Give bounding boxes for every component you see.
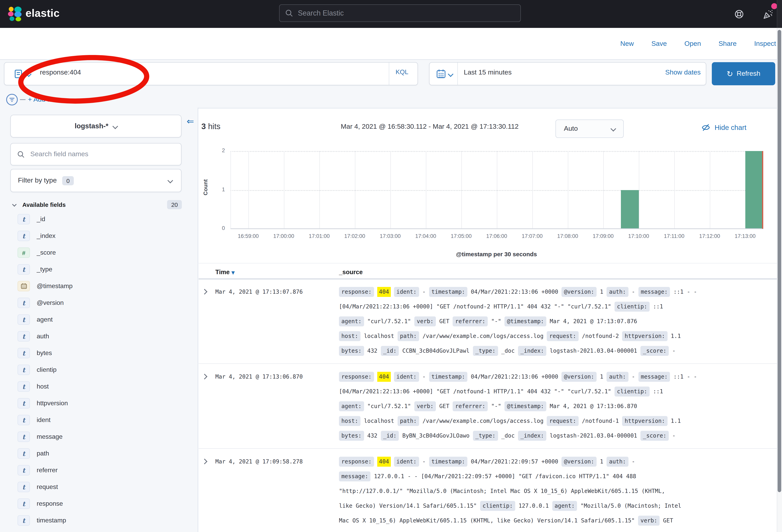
field-item-request[interactable]: trequest <box>17 481 193 493</box>
highlighted-value: 404 <box>378 372 391 382</box>
action-new[interactable]: New <box>620 40 634 48</box>
hide-chart-button[interactable]: Hide chart <box>701 123 747 132</box>
field-badge: request: <box>547 416 579 426</box>
string-field-icon: t <box>17 431 30 442</box>
interval-select[interactable]: Auto <box>556 120 624 138</box>
field-badge: @timestamp: <box>505 401 546 411</box>
field-item-referrer[interactable]: treferrer <box>17 464 193 476</box>
field-item-path[interactable]: tpath <box>17 448 193 459</box>
field-item-timestamp[interactable]: ttimestamp <box>17 515 193 526</box>
collapse-sidebar-icon[interactable]: ⇐ <box>187 116 194 126</box>
field-badge: @version: <box>562 457 597 467</box>
elastic-logo-icon <box>7 6 23 22</box>
red-circle-annotation <box>16 55 153 104</box>
search-icon <box>285 9 293 17</box>
histogram-bar[interactable] <box>745 151 763 229</box>
action-share[interactable]: Share <box>719 40 737 48</box>
field-item-host[interactable]: thost <box>17 381 193 392</box>
y-axis-line <box>230 151 231 229</box>
field-badge: bytes: <box>339 431 364 441</box>
field-item-@version[interactable]: t@version <box>17 297 193 309</box>
string-field-icon: t <box>17 398 30 409</box>
field-name: referrer <box>37 467 58 474</box>
field-badge: verb: <box>414 316 436 327</box>
x-tick-label: 17:07:00 <box>514 233 550 239</box>
y-tick-label: 0 <box>213 225 225 231</box>
x-axis-label: @timestamp per 30 seconds <box>357 251 636 258</box>
field-item-message[interactable]: tmessage <box>17 431 193 443</box>
field-name: httpversion <box>37 400 68 407</box>
time-filter-value[interactable]: Last 15 minutes <box>464 69 511 77</box>
news-announcements-icon[interactable] <box>762 9 774 20</box>
top-navigation-bar: elastic Search Elastic <box>0 0 782 28</box>
field-item-bytes[interactable]: tbytes <box>17 347 193 359</box>
field-item-@timestamp[interactable]: @timestamp <box>17 280 193 292</box>
expand-row-icon[interactable] <box>202 459 207 464</box>
date-field-icon <box>17 281 30 291</box>
field-item-_index[interactable]: t_index <box>17 230 193 242</box>
x-gridline <box>355 151 355 229</box>
chevron-down-icon <box>610 126 616 131</box>
action-inspect[interactable]: Inspect <box>754 40 776 48</box>
header-action-links: NewSaveOpenShareInspect <box>620 28 776 60</box>
scrollbar-thumb[interactable] <box>778 30 781 492</box>
x-gridline <box>532 151 533 229</box>
field-badge: clientip: <box>614 386 650 396</box>
field-badge: path: <box>398 331 419 341</box>
global-search-placeholder: Search Elastic <box>298 9 344 17</box>
field-name: message <box>37 433 63 440</box>
field-item-httpversion[interactable]: thttpversion <box>17 397 193 409</box>
field-item-_type[interactable]: t_type <box>17 263 193 275</box>
scrollbar-header-segment <box>777 0 782 28</box>
row-source: response: 404 ident: - timestamp: 04/Mar… <box>339 454 766 528</box>
field-item-_id[interactable]: t_id <box>17 213 193 225</box>
x-gridline <box>390 151 391 229</box>
field-name: bytes <box>37 349 52 357</box>
expand-row-icon[interactable] <box>202 374 207 379</box>
field-item-ident[interactable]: tident <box>17 414 193 426</box>
chart-time-range: Mar 4, 2021 @ 16:58:30.112 - Mar 4, 2021… <box>301 123 558 131</box>
x-tick-label: 17:09:00 <box>585 233 621 239</box>
show-dates-link[interactable]: Show dates <box>646 69 701 77</box>
available-fields-header[interactable]: Available fields 20 <box>10 198 182 211</box>
row-source: response: 404 ident: - timestamp: 04/Mar… <box>339 370 766 443</box>
column-header-source: _source <box>339 269 363 276</box>
string-field-icon: t <box>17 214 30 224</box>
field-item-response[interactable]: tresponse <box>17 498 193 510</box>
sort-desc-icon[interactable]: ▼ <box>231 270 235 275</box>
action-save[interactable]: Save <box>651 40 667 48</box>
x-axis-line <box>230 228 763 229</box>
field-name: timestamp <box>37 517 66 524</box>
hits-count: 3 hits <box>201 122 220 131</box>
field-badge: timestamp: <box>429 372 468 382</box>
field-badge: message: <box>638 372 670 382</box>
histogram-bar[interactable] <box>621 190 639 229</box>
column-header-time[interactable]: Time ▼ <box>215 269 235 276</box>
field-badge: ident: <box>394 372 419 382</box>
table-row: Mar 4, 2021 @ 17:09:58.278response: 404 … <box>199 449 777 532</box>
field-badge: auth: <box>607 457 628 467</box>
time-picker-chevron-icon[interactable] <box>448 71 453 77</box>
field-badge: _index: <box>518 346 546 356</box>
expand-row-icon[interactable] <box>202 289 207 295</box>
row-timestamp: Mar 4, 2021 @ 17:13:07.876 <box>215 284 303 299</box>
query-language-button[interactable]: KQL <box>396 69 408 76</box>
help-icon[interactable] <box>735 9 744 19</box>
field-badge: timestamp: <box>429 287 468 297</box>
field-item-clientip[interactable]: tclientip <box>17 364 193 376</box>
x-tick-label: 17:00:00 <box>266 233 302 239</box>
calendar-icon[interactable] <box>436 69 446 79</box>
field-item-auth[interactable]: tauth <box>17 330 193 342</box>
field-search-input[interactable]: Search field names <box>10 143 181 165</box>
field-item-_score[interactable]: #_score <box>17 247 193 259</box>
notification-badge <box>771 3 777 9</box>
time-marker-line <box>762 151 763 229</box>
action-open[interactable]: Open <box>684 40 701 48</box>
field-badge: @timestamp: <box>505 316 546 327</box>
divider <box>457 63 458 85</box>
refresh-button[interactable]: ↻ Refresh <box>712 62 775 85</box>
filter-by-type-dropdown[interactable]: Filter by type 0 <box>10 169 181 192</box>
field-item-agent[interactable]: tagent <box>17 314 193 326</box>
global-search-input[interactable]: Search Elastic <box>279 4 521 22</box>
index-pattern-selector[interactable]: logstash-* <box>10 115 181 138</box>
